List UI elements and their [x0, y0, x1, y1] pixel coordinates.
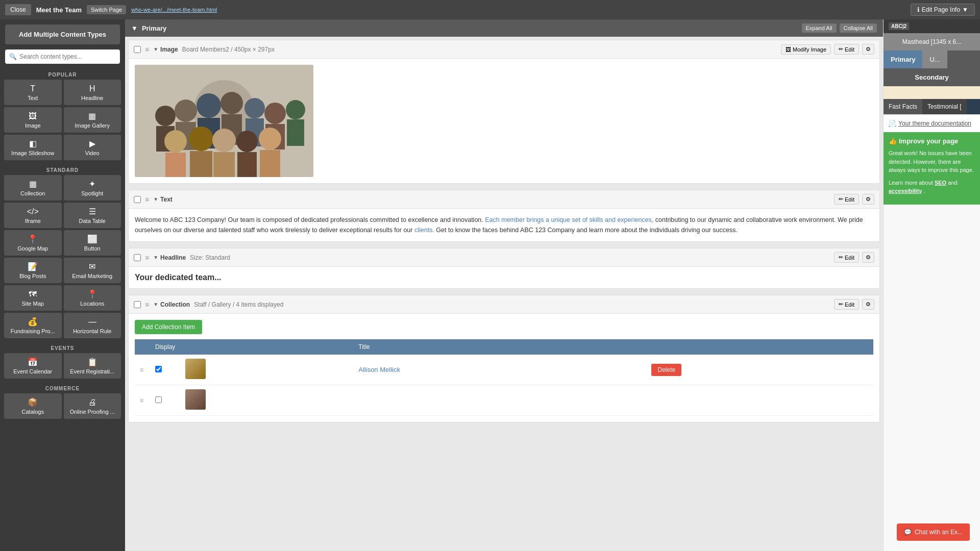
fast-facts-button[interactable]: Fast Facts: [884, 99, 922, 114]
text-block-header: ≡ ▼ Text ✏ Edit ⚙: [129, 190, 879, 209]
online-proofing-icon: 🖨: [88, 398, 96, 407]
improve-text-1: Great work! No issues have been detected…: [889, 149, 975, 174]
switch-page-button[interactable]: Switch Page: [87, 5, 126, 14]
collection-block-checkbox[interactable]: [134, 301, 141, 308]
content-type-collection[interactable]: ▦ Collection: [4, 175, 62, 201]
highlighted-clients: clients.: [414, 227, 434, 234]
content-type-headline[interactable]: H Headline: [64, 80, 121, 105]
collection-edit-button[interactable]: ✏ Edit: [834, 299, 859, 310]
collection-settings-button[interactable]: ⚙: [862, 299, 874, 310]
image-block-content: [129, 59, 879, 183]
abc-badge: ABC|2: [889, 22, 909, 30]
testimonial-button[interactable]: Testimonial [: [922, 99, 967, 114]
content-type-blog-posts[interactable]: 📝 Blog Posts: [4, 258, 62, 283]
text-settings-button[interactable]: ⚙: [862, 194, 874, 205]
content-type-button[interactable]: ⬜ Button: [64, 230, 121, 256]
theme-doc-section: 📄 Your theme documentation: [884, 114, 980, 132]
row-display-checkbox-cell: [150, 385, 180, 416]
expand-all-button[interactable]: Expand All: [802, 23, 837, 33]
content-type-text[interactable]: T Text: [4, 80, 62, 105]
seo-link[interactable]: SEO: [935, 180, 946, 186]
content-type-site-map[interactable]: 🗺 Site Map: [4, 285, 62, 311]
collection-block-type: ▼ Collection: [153, 301, 190, 308]
content-type-video[interactable]: ▶ Video: [64, 135, 121, 160]
drag-handle-icon[interactable]: ≡: [145, 45, 149, 54]
content-type-horizontal-rule[interactable]: — Horizontal Rule: [64, 313, 121, 338]
content-type-data-table[interactable]: ☰ Data Table: [64, 203, 121, 228]
headline-edit-button[interactable]: ✏ Edit: [834, 252, 859, 263]
image-block-actions: 🖼 Modify Image ✏ Edit ⚙: [781, 44, 874, 55]
content-type-fundraising[interactable]: 💰 Fundraising Pro...: [4, 313, 62, 338]
theme-doc-link[interactable]: 📄 Your theme documentation: [889, 120, 975, 127]
table-row: ≡: [135, 385, 873, 416]
primary-section-label: Primary: [142, 24, 166, 32]
content-type-image-slideshow[interactable]: ◧ Image Slideshow: [4, 135, 62, 160]
row-display-checkbox[interactable]: [155, 366, 162, 372]
email-marketing-icon: ✉: [89, 263, 95, 271]
edit-page-info-button[interactable]: ℹ Edit Page Info ▼: [911, 4, 975, 16]
collection-block-content: Add Collection Item Display Title: [129, 314, 879, 422]
collapse-all-button[interactable]: Collapse All: [840, 23, 877, 33]
video-icon: ▶: [89, 140, 95, 148]
data-table-icon: ☰: [89, 208, 96, 216]
content-type-event-registration[interactable]: 📋 Event Registrati...: [64, 353, 121, 379]
content-type-online-proofing[interactable]: 🖨 Online Proofing ...: [64, 393, 121, 419]
content-type-image[interactable]: 🖼 Image: [4, 107, 62, 133]
image-edit-button[interactable]: ✏ Edit: [834, 44, 859, 55]
u-section-button[interactable]: U...: [922, 51, 947, 68]
row-name-cell: [353, 385, 646, 416]
content-type-image-gallery[interactable]: ▦ Image Gallery: [64, 107, 121, 133]
accessibility-link[interactable]: accessibility: [889, 188, 922, 194]
delete-item-button[interactable]: Delete: [651, 364, 681, 376]
headline-text: Your dedicated team...: [135, 273, 873, 282]
content-type-google-map[interactable]: 📍 Google Map: [4, 230, 62, 256]
row-display-checkbox[interactable]: [155, 396, 162, 403]
image-settings-button[interactable]: ⚙: [862, 44, 874, 55]
content-type-spotlight[interactable]: ✦ Spotlight: [64, 175, 121, 201]
text-block-content: Welcome to ABC 123 Company! Our team is …: [129, 209, 879, 241]
secondary-section-button[interactable]: Secondary: [884, 68, 980, 86]
image-block-checkbox[interactable]: [134, 46, 141, 53]
image-content-block: ≡ ▼ Image Board Members2 / 450px × 297px…: [128, 40, 880, 184]
image-gallery-icon: ▦: [88, 112, 96, 120]
drag-handle-icon[interactable]: ≡: [145, 195, 149, 204]
search-input[interactable]: [5, 49, 120, 64]
content-type-iframe[interactable]: </> Iframe: [4, 203, 62, 228]
gear-icon: ⚙: [866, 301, 871, 308]
headline-block-size: Size: Standard: [190, 254, 230, 261]
headline-block-checkbox[interactable]: [134, 254, 141, 261]
primary-section-header: ▼ Primary Expand All Collapse All: [125, 19, 883, 37]
content-type-catalogs[interactable]: 📦 Catalogs: [4, 393, 62, 419]
add-collection-item-button[interactable]: Add Collection Item: [135, 320, 202, 334]
chat-button[interactable]: 💬 Chat with an Ex...: [897, 523, 970, 541]
text-block-checkbox[interactable]: [134, 196, 141, 203]
text-content-block: ≡ ▼ Text ✏ Edit ⚙ Welcome to AB: [128, 190, 880, 242]
content-type-locations[interactable]: 📍 Locations: [64, 285, 121, 311]
standard-grid: ▦ Collection ✦ Spotlight </> Iframe ☰ Da…: [0, 175, 125, 342]
edit-pencil-icon: ✏: [839, 254, 843, 261]
chat-icon: 💬: [904, 529, 912, 536]
spotlight-icon: ✦: [89, 180, 95, 188]
add-multiple-button[interactable]: Add Multiple Content Types: [5, 24, 120, 44]
content-type-event-calendar[interactable]: 📅 Event Calendar: [4, 353, 62, 379]
main-layout: Add Multiple Content Types 🔍 POPULAR T T…: [0, 19, 980, 551]
collection-name-link[interactable]: Allison Mellick: [358, 366, 400, 373]
improve-text-2: Learn more about SEO and accessibility .: [889, 179, 975, 195]
drag-handle-icon[interactable]: ≡: [145, 300, 149, 309]
close-button[interactable]: Close: [5, 4, 31, 15]
content-type-email-marketing[interactable]: ✉ Email Marketing: [64, 258, 121, 283]
primary-section-button[interactable]: Primary: [884, 51, 922, 68]
drag-handle-icon[interactable]: ≡: [145, 254, 149, 262]
edit-pencil-icon: ✏: [839, 196, 843, 203]
gear-icon: ⚙: [866, 254, 871, 261]
table-col-actions: [646, 339, 873, 355]
text-edit-button[interactable]: ✏ Edit: [834, 194, 859, 205]
row-drag-handle[interactable]: ≡: [135, 355, 150, 385]
modify-image-button[interactable]: 🖼 Modify Image: [781, 44, 831, 55]
event-calendar-icon: 📅: [28, 358, 38, 366]
headline-block-type: ▼ Headline: [153, 254, 186, 261]
row-drag-handle[interactable]: ≡: [135, 385, 150, 416]
masthead-area: Masthead [1345 x 6...: [884, 33, 980, 51]
headline-settings-button[interactable]: ⚙: [862, 252, 874, 263]
table-col-title: Title: [353, 339, 646, 355]
